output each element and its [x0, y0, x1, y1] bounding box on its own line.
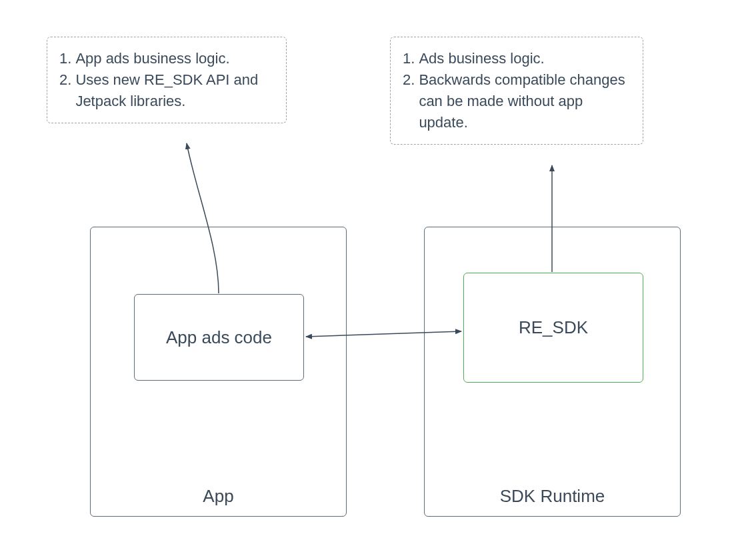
note-right-item-1: Ads business logic. — [403, 48, 631, 69]
container-app: App App ads code — [90, 227, 347, 517]
note-box-runtime: Ads business logic. Backwards compatible… — [390, 37, 643, 145]
sdk-runtime-label: SDK Runtime — [425, 486, 680, 507]
box-re-sdk: RE_SDK — [463, 273, 643, 383]
container-sdk-runtime: SDK Runtime RE_SDK — [424, 227, 681, 517]
box-app-ads-code: App ads code — [134, 294, 304, 381]
note-left-item-1: App ads business logic. — [59, 48, 274, 69]
app-ads-code-label: App ads code — [166, 327, 272, 348]
re-sdk-label: RE_SDK — [519, 317, 588, 338]
note-box-app: App ads business logic. Uses new RE_SDK … — [47, 37, 287, 123]
note-right-item-2: Backwards compatible changes can be made… — [403, 69, 631, 133]
app-label: App — [91, 486, 346, 507]
note-left-item-2: Uses new RE_SDK API and Jetpack librarie… — [59, 69, 274, 112]
